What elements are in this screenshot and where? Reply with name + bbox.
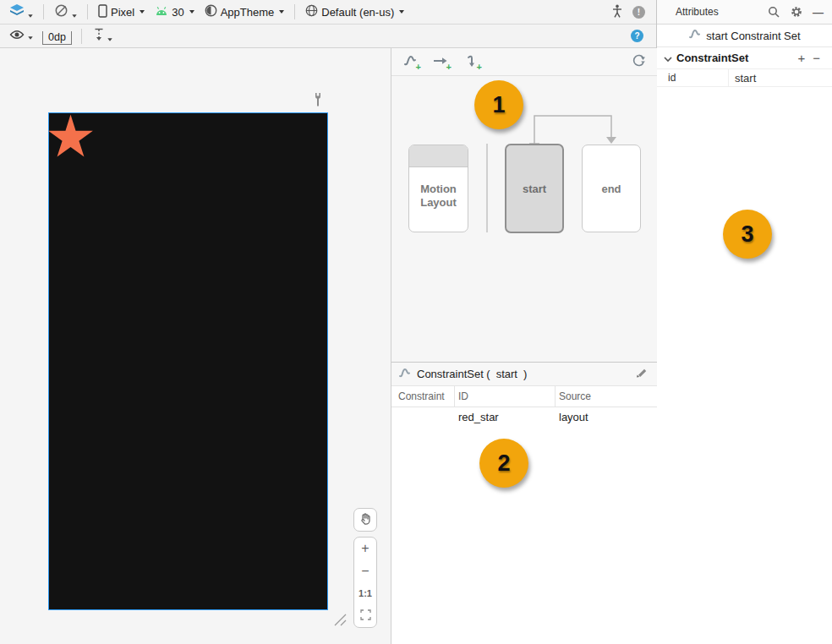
motion-editor-panel: + + [391,48,657,644]
edit-constraintset-button[interactable] [635,368,649,381]
squiggle-icon [398,368,411,381]
phone-screen-preview[interactable] [48,112,328,610]
motion-layout-box[interactable]: Motion Layout [408,145,468,232]
start-box-label: start [523,183,546,195]
attribute-value[interactable]: start [729,72,756,85]
dropdown-caret [279,10,284,14]
toolbar-divider [294,4,295,19]
api-level-selector[interactable]: 30 [151,4,198,20]
selected-component-label: start Constraint Set [706,30,800,42]
attributes-title: Attributes [676,6,719,18]
theme-label: AppTheme [221,6,275,19]
guideline-icon [94,28,104,44]
annotation-badge-1: 1 [474,80,523,129]
selected-component-header: start Constraint Set [657,25,832,47]
add-click-or-swipe-handler-button[interactable]: + [463,53,479,70]
annotation-badge-3: 3 [723,210,772,259]
design-toolbar-main: Pixel 30 [0,0,656,25]
device-selector[interactable]: Pixel [94,3,149,22]
api-level-label: 30 [172,6,183,19]
title-prefix: ConstraintSet ( [417,368,490,380]
attribute-key: id [657,69,729,86]
locale-label: Default (en-us) [321,6,394,19]
resize-handle-icon[interactable] [331,611,347,630]
constraintset-panel-title: ConstraintSet ( start ) [417,368,527,380]
attributes-panel: Attributes — [657,0,832,644]
cell-id: red_star [455,411,556,423]
hand-icon [359,512,372,528]
red-star-view[interactable] [47,114,94,162]
dropdown-caret [72,14,76,18]
section-title: ConstraintSet [676,52,748,64]
selected-constraintset: start [496,368,517,380]
toolbar-divider [43,4,44,19]
design-surface-selector-button[interactable] [5,2,37,22]
end-box-label: end [601,183,621,195]
default-margin-button[interactable]: 0dp [41,28,74,45]
accessibility-icon [612,4,622,20]
orientation-button[interactable] [50,2,81,22]
zoom-to-fit-button[interactable] [354,605,376,628]
dropdown-caret [140,10,145,14]
toolbar-divider [87,4,88,19]
pan-button[interactable] [353,508,377,532]
toolbar-divider [81,29,82,44]
attributes-panel-header: Attributes — [657,0,832,25]
motion-editor-toolbar: + + [391,48,657,76]
column-id: ID [455,386,556,407]
add-attribute-button[interactable]: + [796,51,807,65]
dropdown-caret [107,38,112,41]
orientation-icon [54,3,68,20]
constraintset-section-header[interactable]: ConstraintSet + − [657,47,832,68]
motion-layout-label: Motion Layout [414,183,463,210]
device-label: Pixel [111,6,134,19]
gear-icon [791,8,802,20]
wrench-icon[interactable] [312,91,324,112]
design-surface[interactable]: + − 1:1 [0,48,391,644]
constraint-table-row[interactable]: red_star layout [391,407,657,426]
help-button[interactable]: ? [627,28,648,44]
globe-icon [305,4,318,19]
motion-overview-scene[interactable]: Motion Layout start end [391,76,657,362]
annotation-badge-2: 2 [479,439,528,488]
search-icon [768,8,780,20]
search-button[interactable] [767,6,780,19]
settings-button[interactable] [790,6,802,19]
issues-button[interactable]: ! [628,4,649,20]
eye-icon [9,30,25,42]
default-margin-value: 0dp [42,31,72,45]
hide-panel-button[interactable]: — [813,6,824,19]
zoom-out-button[interactable]: − [354,560,376,583]
theme-icon [205,4,217,19]
attribute-row[interactable]: id start [657,68,832,87]
locale-selector[interactable]: Default (en-us) [301,3,408,21]
constraintset-start-box[interactable]: start [505,144,564,233]
chevron-down-icon [664,51,672,66]
constraintset-end-box[interactable]: end [582,145,641,232]
theme-selector[interactable]: AppTheme [200,3,289,21]
constraint-table-header: Constraint ID Source [391,385,657,407]
design-toolbar-secondary: 0dp ? [0,25,656,48]
zoom-actual-size-button[interactable]: 1:1 [354,582,376,605]
view-options-button[interactable] [5,28,37,44]
zoom-in-button[interactable]: + [354,538,376,560]
add-constraintset-button[interactable]: + [402,53,419,70]
add-transition-button[interactable]: + [432,53,449,70]
motion-cycle-button[interactable] [630,53,647,70]
squiggle-icon [688,29,701,42]
remove-attribute-button[interactable]: − [811,51,822,65]
accessibility-check-button[interactable] [608,3,627,22]
help-icon: ? [631,30,643,42]
motion-editor-window: Pixel 30 [0,0,832,644]
dropdown-caret [28,14,32,18]
plus-overlay-icon: + [446,63,452,72]
pencil-icon [636,369,648,382]
plus-overlay-icon: + [416,63,421,72]
column-constraint: Constraint [391,386,455,407]
guideline-button[interactable] [90,26,117,46]
issues-icon: ! [632,6,645,19]
plus-overlay-icon: + [477,63,482,72]
column-source: Source [556,390,657,402]
dropdown-caret [399,10,404,14]
title-suffix: ) [523,368,527,380]
